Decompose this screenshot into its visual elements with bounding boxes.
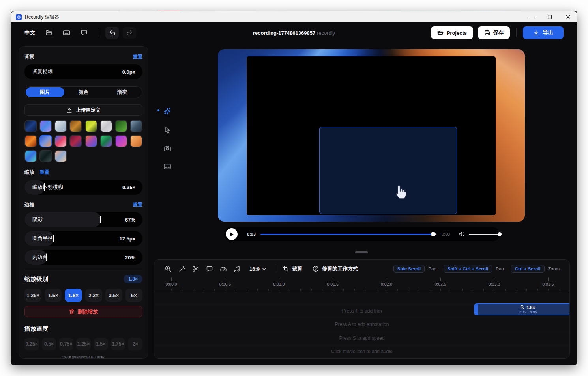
ruler-minor-tick xyxy=(387,289,387,291)
keyboard-shortcuts-icon[interactable] xyxy=(63,29,70,36)
background-thumbnail-14[interactable] xyxy=(100,135,112,147)
zoom-level-option-5×[interactable]: 5× xyxy=(125,289,142,302)
background-thumbnail-2[interactable] xyxy=(39,120,52,132)
background-thumbnail-13[interactable] xyxy=(85,135,97,147)
background-thumbnail-5[interactable] xyxy=(85,120,97,132)
zoom-level-option-1.8×[interactable]: 1.8× xyxy=(65,289,82,302)
minimize-button[interactable] xyxy=(522,11,541,22)
close-button[interactable] xyxy=(559,11,577,22)
timeline-ruler[interactable]: 0:00.00:00.50:01.00:01.50:02.00:02.50:03… xyxy=(154,278,569,292)
undo-button[interactable] xyxy=(105,27,119,39)
background-thumbnails xyxy=(24,120,142,162)
background-reset-link[interactable]: 重置 xyxy=(133,54,142,60)
play-button[interactable] xyxy=(226,228,238,240)
zoom-level-option-1.25×[interactable]: 1.25× xyxy=(24,289,41,302)
speed-option-1.25×[interactable]: 1.25× xyxy=(76,338,91,350)
background-thumbnail-8[interactable] xyxy=(130,120,142,132)
background-thumbnail-17[interactable] xyxy=(24,150,37,162)
speed-gauge-icon[interactable] xyxy=(220,266,227,272)
timeline-lane-4[interactable]: Click music icon to add audio xyxy=(154,345,569,359)
cursor-tool[interactable] xyxy=(164,127,171,134)
speed-option-0.25×[interactable]: 0.25× xyxy=(24,338,39,350)
zoom-motion-blur-slider[interactable]: 缩放运动模糊0.35× xyxy=(24,180,142,195)
annotation-icon[interactable] xyxy=(206,266,213,272)
volume-icon[interactable] xyxy=(459,231,465,237)
seek-bar-fill xyxy=(260,234,433,235)
zoom-level-option-3.5×[interactable]: 3.5× xyxy=(105,289,122,302)
language-button[interactable]: 中文 xyxy=(24,29,35,36)
zoom-reset-link[interactable]: 重置 xyxy=(40,169,49,176)
background-thumbnail-7[interactable] xyxy=(115,120,127,132)
background-blur-control[interactable]: 背景模糊0.0px xyxy=(24,64,142,79)
projects-label: Projects xyxy=(447,30,467,36)
feedback-chat-icon[interactable] xyxy=(81,29,88,36)
zoom-motion-blur-control[interactable]: 缩放运动模糊0.35× xyxy=(24,180,142,195)
camera-tool[interactable] xyxy=(163,145,171,152)
volume-handle[interactable] xyxy=(498,232,502,236)
volume-slider[interactable] xyxy=(469,234,500,235)
zoom-level-option-1.5×[interactable]: 1.5× xyxy=(45,289,62,302)
background-thumbnail-19[interactable] xyxy=(54,150,67,162)
background-thumbnail-6[interactable] xyxy=(100,120,112,132)
seek-bar[interactable] xyxy=(260,234,437,235)
ruler-minor-tick xyxy=(311,289,312,291)
background-tab-颜色[interactable]: 颜色 xyxy=(64,87,103,97)
background-tab-渐变[interactable]: 渐变 xyxy=(103,87,141,97)
current-time: 0:03 xyxy=(247,232,256,236)
background-thumbnail-9[interactable] xyxy=(24,135,37,147)
timeline-lane-3[interactable]: Press S to add speed xyxy=(154,331,569,345)
timeline-lane-2[interactable]: Press A to add annotation xyxy=(154,318,569,331)
border-slider-2[interactable]: 圆角半径12.5px xyxy=(24,231,142,246)
save-button[interactable]: 保存 xyxy=(478,26,510,39)
timeline-lane-1[interactable]: Press T to add trim xyxy=(154,304,569,318)
export-button[interactable]: 导出 xyxy=(523,26,564,39)
speed-option-0.5×[interactable]: 0.5× xyxy=(42,338,56,350)
music-icon[interactable] xyxy=(234,266,240,272)
background-thumbnail-12[interactable] xyxy=(69,135,82,147)
scissors-icon[interactable] xyxy=(192,265,199,272)
aspect-ratio-select[interactable]: 16:9 xyxy=(249,266,266,272)
panel-resize-handle[interactable] xyxy=(355,251,368,253)
trim-help-button[interactable]: 修剪的工作方式 xyxy=(313,265,358,272)
border-slider-2-handle[interactable] xyxy=(53,235,54,242)
border-reset-link[interactable]: 重置 xyxy=(133,201,142,208)
speed-option-1.5×[interactable]: 1.5× xyxy=(94,338,108,350)
preview-canvas[interactable] xyxy=(218,49,525,222)
projects-button[interactable]: Projects xyxy=(431,26,473,39)
background-thumbnail-16[interactable] xyxy=(130,135,142,147)
open-folder-icon[interactable] xyxy=(45,29,52,36)
background-blur-slider[interactable]: 背景模糊0.0px xyxy=(24,64,142,79)
border-slider-1[interactable]: 阴影67% xyxy=(24,212,142,227)
background-thumbnail-15[interactable] xyxy=(115,135,127,147)
auto-zoom-tool[interactable] xyxy=(163,107,172,115)
background-thumbnail-3[interactable] xyxy=(54,120,67,132)
ruler-major-tick xyxy=(548,278,549,281)
redo-button[interactable] xyxy=(123,27,136,39)
lane-hint-1: Press T to add trim xyxy=(342,308,382,314)
background-thumbnail-18[interactable] xyxy=(39,150,52,162)
background-thumbnail-1[interactable] xyxy=(24,120,37,132)
seek-handle[interactable] xyxy=(431,232,436,236)
upload-custom-button[interactable]: 上传自定义 xyxy=(24,104,142,116)
ruler-minor-tick xyxy=(333,289,333,291)
background-thumbnail-10[interactable] xyxy=(39,135,52,147)
border-slider-1-handle[interactable] xyxy=(100,216,101,223)
crop-button[interactable]: 裁剪 xyxy=(283,265,302,272)
captions-tool[interactable] xyxy=(163,163,171,170)
maximize-button[interactable] xyxy=(541,11,559,22)
file-extension: .recordly xyxy=(315,30,335,36)
zoom-level-option-2.2×[interactable]: 2.2× xyxy=(85,289,102,302)
background-thumbnail-4[interactable] xyxy=(69,120,82,132)
speed-option-0.75×[interactable]: 0.75× xyxy=(59,338,73,350)
delete-zoom-button[interactable]: 删除缩放 xyxy=(24,306,142,317)
timeline-zoom-icon[interactable] xyxy=(165,265,172,272)
magic-wand-icon[interactable] xyxy=(178,265,185,272)
background-thumbnail-11[interactable] xyxy=(54,135,67,147)
speed-option-1.75×[interactable]: 1.75× xyxy=(111,338,125,350)
background-tab-图片[interactable]: 图片 xyxy=(26,87,64,97)
border-slider-3[interactable]: 内边距20% xyxy=(24,250,142,265)
zoom-target-region[interactable] xyxy=(319,127,457,214)
speed-option-2×[interactable]: 2× xyxy=(128,338,142,350)
border-section-title: 边框 xyxy=(24,201,34,208)
border-section-header: 边框 重置 xyxy=(24,201,142,208)
